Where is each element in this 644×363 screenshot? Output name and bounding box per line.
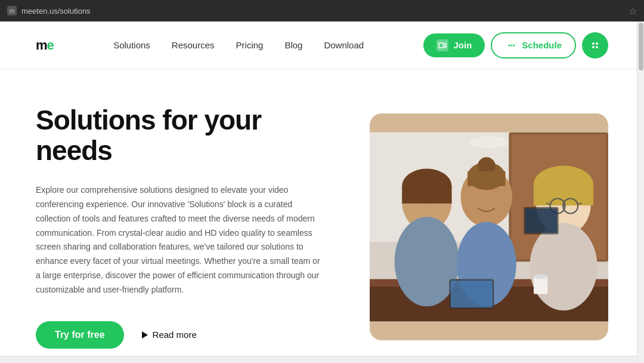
navbar: me Solutions Resources Pricing Blog Down… bbox=[0, 21, 644, 69]
svg-rect-16 bbox=[402, 186, 451, 203]
nav-item-solutions[interactable]: Solutions bbox=[113, 40, 150, 51]
browser-url-bar[interactable]: meeten.us/solutions bbox=[21, 7, 624, 16]
browser-chrome: m meeten.us/solutions ☆ bbox=[0, 0, 644, 21]
schedule-label: Schedule bbox=[522, 40, 562, 50]
schedule-icon bbox=[505, 39, 517, 51]
scrollbar-thumb[interactable] bbox=[639, 23, 643, 70]
svg-rect-38 bbox=[525, 208, 557, 233]
hero-title: Solutions for your needs bbox=[36, 105, 322, 165]
svg-rect-0 bbox=[439, 43, 444, 48]
svg-point-1 bbox=[509, 44, 510, 46]
try-free-button[interactable]: Try for free bbox=[36, 321, 124, 349]
nav-links: Solutions Resources Pricing Blog Downloa… bbox=[113, 40, 364, 51]
hero-image bbox=[370, 113, 608, 340]
nav-link-blog[interactable]: Blog bbox=[284, 40, 302, 50]
svg-point-3 bbox=[513, 44, 515, 46]
grid-icon bbox=[590, 40, 600, 51]
svg-point-4 bbox=[592, 42, 595, 45]
nav-buttons: Join Schedule bbox=[423, 32, 608, 59]
bookmark-star-icon[interactable]: ☆ bbox=[628, 5, 637, 17]
nav-link-download[interactable]: Download bbox=[324, 40, 364, 50]
read-more-label: Read more bbox=[153, 330, 197, 340]
more-options-button[interactable] bbox=[582, 32, 608, 59]
nav-item-pricing[interactable]: Pricing bbox=[236, 40, 264, 51]
nav-item-blog[interactable]: Blog bbox=[284, 40, 302, 51]
nav-item-download[interactable]: Download bbox=[324, 40, 364, 51]
scrollbar-vertical[interactable] bbox=[637, 21, 644, 363]
svg-rect-21 bbox=[467, 171, 505, 186]
nav-link-solutions[interactable]: Solutions bbox=[113, 40, 150, 50]
nav-link-pricing[interactable]: Pricing bbox=[236, 40, 264, 50]
svg-point-2 bbox=[511, 44, 513, 46]
nav-link-resources[interactable]: Resources bbox=[172, 40, 215, 50]
svg-point-7 bbox=[596, 46, 598, 48]
read-more-link[interactable]: Read more bbox=[142, 330, 197, 340]
svg-rect-33 bbox=[451, 281, 493, 307]
schedule-button[interactable]: Schedule bbox=[491, 32, 576, 59]
play-icon bbox=[142, 331, 148, 339]
hero-description: Explore our comprehensive solutions desi… bbox=[36, 183, 322, 297]
hero-actions: Try for free Read more bbox=[36, 321, 322, 349]
hero-section: Solutions for your needs Explore our com… bbox=[0, 69, 644, 363]
join-button[interactable]: Join bbox=[423, 33, 485, 57]
svg-point-5 bbox=[596, 42, 598, 45]
logo[interactable]: me bbox=[36, 38, 54, 53]
svg-rect-34 bbox=[534, 276, 547, 294]
svg-point-26 bbox=[530, 223, 597, 310]
meeting-photo bbox=[370, 113, 608, 340]
scrollbar-horizontal[interactable] bbox=[0, 356, 637, 363]
join-label: Join bbox=[453, 40, 472, 50]
hero-content: Solutions for your needs Explore our com… bbox=[36, 105, 322, 349]
nav-item-resources[interactable]: Resources bbox=[172, 40, 215, 51]
browser-favicon: m bbox=[7, 6, 17, 16]
meeting-scene-svg bbox=[370, 113, 608, 340]
join-icon bbox=[436, 39, 448, 51]
svg-point-6 bbox=[592, 46, 595, 48]
svg-point-36 bbox=[469, 136, 509, 148]
svg-point-35 bbox=[534, 274, 547, 279]
